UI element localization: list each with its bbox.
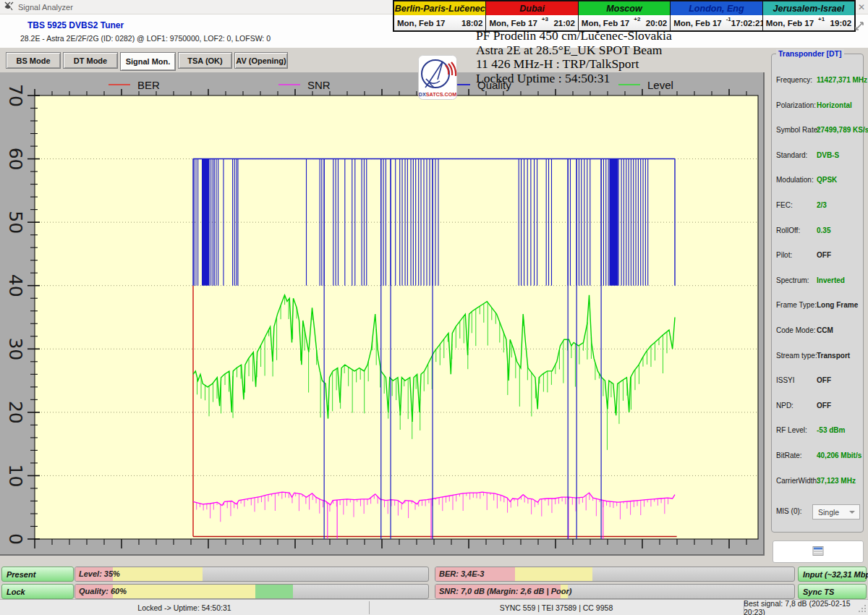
- lock-badge: Lock: [1, 584, 74, 599]
- transponder-label: Symbol Rate:: [776, 126, 820, 134]
- transponder-value: QPSK: [817, 176, 837, 184]
- clock-time: 17:02:21: [731, 19, 765, 27]
- tab-signal-mon-[interactable]: Signal Mon.: [120, 52, 176, 71]
- clock-date: Mon, Feb 17: [673, 19, 721, 27]
- clock-column: Berlin-Paris-LučenecMon, Feb 1718:02: [394, 1, 486, 30]
- transponder-label: CarrierWidth:: [776, 477, 819, 485]
- clock-time-row: Mon, Feb 1718:02: [394, 15, 485, 30]
- status-counters: SYNC 559 | TEI 37589 | CC 9958: [369, 600, 744, 615]
- report-button[interactable]: [773, 540, 864, 563]
- clock-city: Moscow: [579, 1, 670, 15]
- close-icon[interactable]: ✕: [858, 2, 865, 12]
- transponder-row: Frequency:11427,371 MHz: [772, 76, 864, 86]
- tab-tsa-ok-[interactable]: TSA (OK): [178, 52, 232, 69]
- clock-utc-offset: +3: [542, 16, 548, 22]
- chevron-down-icon: [849, 511, 855, 514]
- clock-time-row: Mon, Feb 17-117:02:21: [671, 15, 762, 30]
- tab-av-opening-[interactable]: AV (Opening): [234, 52, 288, 69]
- transponder-row: Spectrum:Inverted: [772, 276, 864, 287]
- transponder-label: ISSYI: [776, 376, 795, 384]
- input-badge: Input (~32,31 Mbps): [798, 567, 867, 582]
- satellite-dish-icon: [4, 1, 14, 12]
- clock-date: Mon, Feb 17: [397, 19, 445, 27]
- clock-time: 21:02: [553, 19, 574, 27]
- transponder-label: Stream type:: [776, 352, 817, 360]
- annotation-overlay: PF Prodelin 450 cm/Lučenec-Slovakia Astr…: [476, 29, 672, 85]
- report-icon: [812, 546, 824, 557]
- transponder-row: CarrierWidth:37,123 MHz: [772, 477, 864, 487]
- tab-dt-mode[interactable]: DT Mode: [63, 52, 118, 69]
- transponder-value: 2/3: [817, 201, 827, 209]
- bar-segment-yellow: [113, 585, 255, 598]
- clock-column: DubaiMon, Feb 17+321:02: [486, 1, 578, 30]
- clock-column: Jerusalem-IsraelMon, Feb 17+119:02: [763, 1, 854, 30]
- transponder-label: NPD:: [776, 402, 793, 410]
- tuner-title: TBS 5925 DVBS2 Tuner: [27, 20, 124, 30]
- bar-segment-yellow: [113, 567, 203, 581]
- status-uptime: Locked -> Uptime: 54:50:31: [0, 600, 369, 615]
- quality-bar: Quality: 60%: [75, 584, 429, 599]
- transponder-value: Horizontal: [817, 101, 852, 109]
- transponder-row: Modulation:QPSK: [772, 176, 864, 186]
- transponder-label: Modulation:: [776, 176, 814, 184]
- transponder-row: Stream type:Transport: [772, 352, 864, 362]
- transponder-value: DVB-S: [817, 151, 839, 159]
- transponder-row: ISSYIOFF: [772, 376, 864, 386]
- mis-label: MIS (0):: [776, 507, 802, 515]
- transponder-value: 11427,371 MHz: [817, 76, 867, 84]
- transponder-label: Frequency:: [776, 76, 812, 84]
- clock-city: Dubai: [486, 1, 577, 15]
- status-best-signal: Best signal: 7,8 dB (2025-02-15 20:23): [744, 600, 868, 615]
- mis-dropdown[interactable]: Single: [812, 504, 860, 519]
- clock-column: London, EngMon, Feb 17-117:02:21: [671, 1, 762, 30]
- svg-text:70: 70: [5, 84, 26, 107]
- transponder-value: -53 dBm: [817, 426, 845, 434]
- clock-date: Mon, Feb 17: [489, 19, 537, 27]
- transponder-row: NPD:OFF: [772, 402, 864, 412]
- transponder-row: Frame Type:Long Frame: [772, 301, 864, 311]
- clock-time: 19:02: [830, 19, 851, 27]
- transponder-label: Pilot:: [776, 251, 792, 259]
- svg-text:40: 40: [5, 274, 26, 297]
- transponder-value: 0.35: [817, 226, 830, 234]
- transponder-value: 27499,789 KS/s: [817, 126, 868, 134]
- clock-city: London, Eng: [671, 1, 762, 15]
- transponder-value: CCM: [817, 326, 833, 334]
- tuner-subtitle: 28.2E - Astra 2E/2F/2G (ID: 0282) @ LOF1…: [20, 34, 271, 43]
- quality-bar-label: Quality: 60%: [79, 587, 127, 595]
- svg-text:DXSATCS.COM: DXSATCS.COM: [419, 91, 457, 98]
- annotation-line-1: PF Prodelin 450 cm/Lučenec-Slovakia: [476, 29, 672, 43]
- transponder-panel: Transponder [DT] Frequency:11427,371 MHz…: [771, 54, 864, 533]
- transponder-value: Transport: [817, 352, 850, 360]
- annotation-line-2: Astra 2E at 28.5°E_UK SPOT Beam: [476, 43, 672, 58]
- transponder-value: OFF: [817, 251, 831, 259]
- transponder-label: BitRate:: [776, 451, 802, 459]
- ber-bar: BER: 3,4E-3: [435, 567, 795, 582]
- clock-utc-offset: +2: [634, 16, 640, 22]
- transponder-row: RF Level:-53 dBm: [772, 426, 864, 436]
- transponder-label: Frame Type:: [776, 301, 817, 309]
- clock-utc-offset: -1: [726, 16, 731, 22]
- clock-date: Mon, Feb 17: [766, 19, 814, 27]
- transponder-label: Polarization:: [776, 101, 816, 109]
- annotation-line-3: 11 426 MHz-H : TRP/TalkSport: [476, 57, 672, 72]
- level-bar-label: Level: 35%: [79, 569, 120, 578]
- transponder-value: Long Frame: [817, 301, 858, 309]
- transponder-value: OFF: [817, 402, 831, 410]
- dxsatcs-logo: DXSATCS.COM: [418, 55, 457, 100]
- transponder-row: RollOff:0.35: [772, 226, 864, 237]
- bar-segment-green: [255, 585, 293, 598]
- svg-text:60: 60: [5, 148, 26, 171]
- tab-bs-mode[interactable]: BS Mode: [6, 52, 61, 69]
- clock-column: MoscowMon, Feb 17+220:02: [579, 1, 671, 30]
- mis-selected-value: Single: [818, 508, 839, 517]
- transponder-row: BitRate:40,206 Mbit/s: [772, 451, 864, 462]
- world-clocks: Berlin-Paris-LučenecMon, Feb 1718:02Duba…: [393, 0, 856, 32]
- status-bar: Locked -> Uptime: 54:50:31 SYNC 559 | TE…: [0, 599, 868, 615]
- resize-diagonal-icon[interactable]: [854, 20, 865, 33]
- transponder-row: Pilot:OFF: [772, 251, 864, 261]
- transponder-label: FEC:: [776, 201, 793, 209]
- resize-grip[interactable]: [858, 604, 867, 614]
- transponder-value: OFF: [817, 376, 831, 384]
- sync-ts-badge: Sync TS: [798, 584, 867, 599]
